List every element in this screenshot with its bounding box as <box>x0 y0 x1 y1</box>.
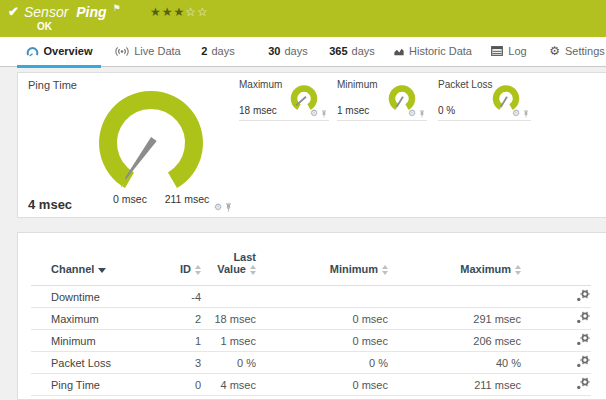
channel-maximum: 206 msec <box>388 330 521 352</box>
column-header-minimum[interactable]: Minimum <box>256 243 388 286</box>
table-row: Minimum 1 1 msec 0 msec 206 msec <box>31 330 591 352</box>
channel-last-value <box>201 286 256 308</box>
live-data-icon <box>115 46 129 57</box>
channel-name: Ping Time <box>31 374 161 396</box>
channel-minimum <box>256 286 388 308</box>
tab-live-data[interactable]: Live Data <box>112 37 184 65</box>
gauge-card-maximum: Maximum 18 msec ⚙ <box>239 76 329 121</box>
channel-settings-icon[interactable] <box>576 289 591 304</box>
column-header-id[interactable]: ID <box>161 243 201 286</box>
tab-2-days[interactable]: 2 days <box>196 37 240 65</box>
tab-overview[interactable]: Overview <box>17 37 101 68</box>
channel-last-value: 0 % <box>201 352 256 374</box>
gauge-settings-icon[interactable]: ⚙ <box>408 109 416 118</box>
priority-stars[interactable]: ★★★☆☆ <box>150 5 209 19</box>
channel-table: Channel ID Last Value Minimum Maximum <box>31 243 591 396</box>
channel-minimum: 0 msec <box>256 374 388 396</box>
channel-name: Downtime <box>31 286 161 308</box>
check-icon: ✔ <box>8 4 19 19</box>
tab-historic-data[interactable]: Historic Data <box>394 37 472 65</box>
column-header-actions <box>521 243 591 286</box>
gauge-icon <box>26 46 39 57</box>
channel-id: 3 <box>161 352 201 374</box>
channel-id: 2 <box>161 308 201 330</box>
tab-bar: Overview Live Data 2 days 30 days 365 da… <box>0 37 606 67</box>
channel-id: 1 <box>161 330 201 352</box>
channel-minimum: 0 msec <box>256 308 388 330</box>
main-gauge-actions: ⚙ <box>214 203 232 212</box>
pin-icon[interactable] <box>321 110 327 118</box>
ping-time-value: 4 msec <box>28 197 72 212</box>
channel-last-value: 4 msec <box>201 374 256 396</box>
table-row: Downtime -4 <box>31 286 591 308</box>
channel-id: 0 <box>161 374 201 396</box>
column-header-maximum[interactable]: Maximum <box>388 243 521 286</box>
channel-maximum: 211 msec <box>388 374 521 396</box>
gauge-card-minimum: Minimum 1 msec ⚙ <box>337 76 427 121</box>
gauge-card-packet-loss: Packet Loss 0 % ⚙ <box>438 76 531 121</box>
channel-settings-icon[interactable] <box>576 333 591 348</box>
channel-name: Packet Loss <box>31 352 161 374</box>
channel-maximum: 291 msec <box>388 308 521 330</box>
channel-settings-icon[interactable] <box>576 355 591 370</box>
channel-minimum: 0 msec <box>256 330 388 352</box>
table-row: Maximum 2 18 msec 0 msec 291 msec <box>31 308 591 330</box>
mini-gauge-actions: ⚙ <box>408 109 425 118</box>
sort-icon <box>382 265 388 275</box>
channel-maximum <box>388 286 521 308</box>
channels-panel: Channel ID Last Value Minimum Maximum <box>17 232 606 400</box>
table-row: Packet Loss 3 0 % 0 % 40 % <box>31 352 591 374</box>
table-row: Ping Time 0 4 msec 0 msec 211 msec <box>31 374 591 396</box>
channel-id: -4 <box>161 286 201 308</box>
column-header-channel[interactable]: Channel <box>31 243 161 286</box>
table-header-row: Channel ID Last Value Minimum Maximum <box>31 243 591 286</box>
channel-name: Maximum <box>31 308 161 330</box>
sensor-overview-page: ✔ Sensor Ping ⚑ ★★★☆☆ OK Overview <box>0 0 606 400</box>
gauge-scale-max: 211 msec <box>158 193 216 205</box>
sort-icon <box>250 265 256 275</box>
channel-settings-icon[interactable] <box>576 311 591 326</box>
bar-chart-icon <box>394 46 404 57</box>
ping-time-gauge <box>91 83 211 193</box>
channel-table-body: Downtime -4 <box>31 286 591 396</box>
tab-settings[interactable]: ⚙ Settings <box>548 37 606 65</box>
flag-icon: ⚑ <box>112 3 120 13</box>
gauge-scale-min: 0 msec <box>102 193 158 205</box>
page-title: Sensor Ping ⚑ <box>24 3 121 20</box>
mini-gauge-actions: ⚙ <box>512 109 529 118</box>
sensor-header: ✔ Sensor Ping ⚑ ★★★☆☆ OK <box>0 0 606 37</box>
channel-minimum: 0 % <box>256 352 388 374</box>
gauge-settings-icon[interactable]: ⚙ <box>512 109 520 118</box>
channel-name: Minimum <box>31 330 161 352</box>
gear-icon: ⚙ <box>549 45 560 57</box>
pin-icon[interactable] <box>225 203 232 212</box>
main-gauge-label: Ping Time <box>28 79 77 91</box>
sort-icon <box>515 265 521 275</box>
gauges-panel: Ping Time 0 msec 211 msec 4 msec ⚙ Maxim… <box>17 72 606 218</box>
sort-desc-icon <box>98 268 106 273</box>
gauge-settings-icon[interactable]: ⚙ <box>310 109 318 118</box>
channel-settings-icon[interactable] <box>576 377 591 392</box>
channel-last-value: 1 msec <box>201 330 256 352</box>
status-badge: OK <box>37 21 52 32</box>
channel-last-value: 18 msec <box>201 308 256 330</box>
mini-gauge-actions: ⚙ <box>310 109 327 118</box>
tab-30-days[interactable]: 30 days <box>264 37 312 65</box>
channel-maximum: 40 % <box>388 352 521 374</box>
log-icon <box>491 46 503 56</box>
gauge-settings-icon[interactable]: ⚙ <box>214 203 222 212</box>
sort-icon <box>195 265 201 275</box>
pin-icon[interactable] <box>523 110 529 118</box>
tab-365-days[interactable]: 365 days <box>322 37 382 65</box>
pin-icon[interactable] <box>419 110 425 118</box>
column-header-last-value[interactable]: Last Value <box>201 243 256 286</box>
tab-log[interactable]: Log <box>488 37 530 65</box>
